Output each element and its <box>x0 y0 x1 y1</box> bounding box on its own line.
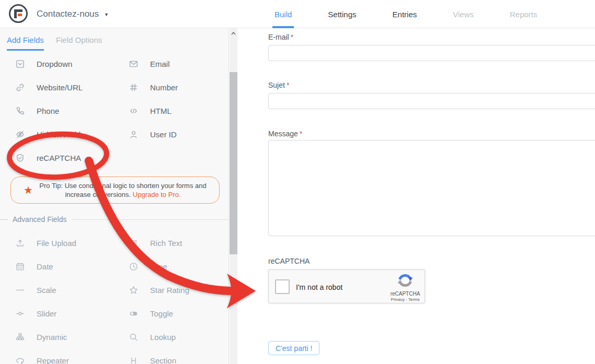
message-field[interactable] <box>268 140 595 236</box>
sidebar-scrollbar <box>230 28 237 364</box>
sidebar-field-html[interactable]: HTML <box>119 99 229 123</box>
submit-button[interactable]: C'est parti ! <box>268 341 319 355</box>
sidebar-field-toggle[interactable]: Toggle <box>119 302 229 325</box>
pro-tip-text: Pro Tip: Use conditional logic to shorte… <box>39 182 206 198</box>
toggle-icon <box>128 309 139 319</box>
section-icon <box>128 356 139 364</box>
tab-entries[interactable]: Entries <box>393 0 417 28</box>
scrollbar-up-arrow[interactable] <box>230 30 237 37</box>
sidebar-field-number[interactable]: Number <box>119 76 229 99</box>
form-builder-app: Contactez-nous ▼ Build Settings Entries … <box>0 0 595 364</box>
tab-field-options[interactable]: Field Options <box>56 28 102 52</box>
email-icon <box>128 59 139 69</box>
sidebar-field-website-url[interactable]: Website/URL <box>0 76 119 99</box>
sidebar-tabs: Add Fields Field Options <box>0 28 102 52</box>
scale-icon <box>15 285 25 296</box>
sidebar-field-time[interactable]: Time <box>119 255 229 278</box>
fields-sidebar: Add Fields Field Options Dropdown Email … <box>0 28 229 364</box>
shield-check-icon <box>15 153 25 163</box>
basic-fields-list: Dropdown Email Website/URL Number Phone … <box>0 52 229 170</box>
sidebar-field-repeater[interactable]: Repeater <box>0 349 119 364</box>
star-icon: ★ <box>24 185 33 195</box>
sidebar-field-file-upload[interactable]: File Upload <box>0 231 119 255</box>
recaptcha-logo-icon <box>397 273 413 288</box>
search-icon <box>128 332 139 343</box>
recaptcha-widget: I'm not a robot reCAPTCHA Privacy - Term… <box>268 269 425 303</box>
sidebar-field-hidden[interactable]: Hidden Field <box>0 123 119 146</box>
required-asterisk: * <box>287 81 289 89</box>
chevron-down-icon: ▼ <box>104 11 109 17</box>
sidebar-field-dropdown[interactable]: Dropdown <box>0 52 119 76</box>
advanced-fields-heading: Advanced Fields <box>0 215 229 224</box>
sidebar-field-star-rating[interactable]: Star Rating <box>119 278 229 302</box>
dynamic-icon <box>15 332 25 343</box>
advanced-fields-list: File Upload Rich Text Date Time Scale St… <box>0 231 229 364</box>
tab-add-fields[interactable]: Add Fields <box>7 28 44 52</box>
required-asterisk: * <box>291 33 293 41</box>
tab-settings[interactable]: Settings <box>328 0 356 28</box>
sidebar-field-section[interactable]: Section <box>119 349 229 364</box>
sidebar-field-phone[interactable]: Phone <box>0 99 119 123</box>
upload-icon <box>15 238 25 249</box>
sidebar-field-user-id[interactable]: User ID <box>119 123 229 146</box>
repeater-icon <box>15 356 25 364</box>
sidebar-field-scale[interactable]: Scale <box>0 278 119 302</box>
formidable-logo-icon[interactable] <box>9 4 28 23</box>
pro-tip-banner: ★ Pro Tip: Use conditional logic to shor… <box>10 177 220 204</box>
recaptcha-brand: reCAPTCHA Privacy - Terms <box>390 273 420 302</box>
recaptcha-checkbox-label: I'm not a robot <box>296 270 342 304</box>
form-title: Contactez-nous <box>37 9 99 19</box>
rich-text-icon <box>128 238 139 249</box>
subject-field[interactable] <box>268 93 595 109</box>
clock-icon <box>128 262 139 272</box>
tab-build[interactable]: Build <box>274 0 292 28</box>
sidebar-field-rich-text[interactable]: Rich Text <box>119 231 229 255</box>
form-title-dropdown[interactable]: Contactez-nous ▼ <box>37 0 109 28</box>
sidebar-field-date[interactable]: Date <box>0 255 119 278</box>
form-preview-area: E-mail* Sujet* Message* reCAPTCHA I'm no… <box>238 28 595 364</box>
calendar-icon <box>15 262 25 272</box>
recaptcha-checkbox[interactable] <box>275 279 290 294</box>
tab-views[interactable]: Views <box>453 0 474 28</box>
field-label-message: Message* <box>268 130 302 138</box>
code-icon <box>128 106 139 116</box>
top-header: Contactez-nous ▼ Build Settings Entries … <box>0 0 595 28</box>
email-field[interactable] <box>268 45 595 61</box>
eye-off-icon <box>15 130 25 140</box>
link-icon <box>15 83 25 93</box>
field-label-sujet: Sujet* <box>268 81 289 89</box>
phone-icon <box>15 106 25 116</box>
scrollbar-thumb[interactable] <box>230 72 237 254</box>
slider-icon <box>15 309 25 319</box>
dropdown-icon <box>15 59 25 69</box>
recaptcha-privacy-terms-links[interactable]: Privacy - Terms <box>390 297 420 302</box>
hash-icon <box>128 83 139 93</box>
sidebar-field-lookup[interactable]: Lookup <box>119 325 229 349</box>
star-rating-icon <box>128 285 139 296</box>
user-icon <box>128 130 139 140</box>
header-tabs: Build Settings Entries Views Reports <box>274 0 537 28</box>
sidebar-field-slider[interactable]: Slider <box>0 302 119 325</box>
field-label-email: E-mail* <box>268 33 293 41</box>
upgrade-to-pro-link[interactable]: Upgrade to Pro. <box>133 191 181 198</box>
tab-reports[interactable]: Reports <box>510 0 537 28</box>
field-label-recaptcha: reCAPTCHA <box>268 257 310 265</box>
required-asterisk: * <box>300 130 302 138</box>
sidebar-field-recaptcha[interactable]: reCAPTCHA <box>0 146 119 170</box>
sidebar-field-dynamic[interactable]: Dynamic <box>0 325 119 349</box>
sidebar-field-email[interactable]: Email <box>119 52 229 76</box>
